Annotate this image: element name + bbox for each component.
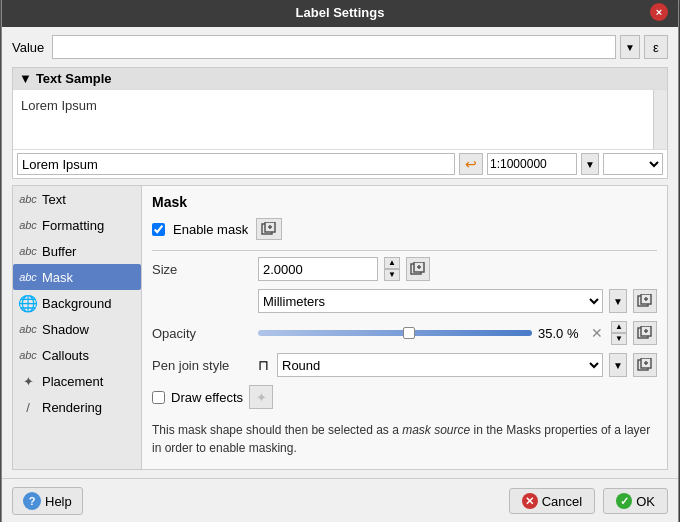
sidebar-item-placement[interactable]: ✦ Placement [13,368,141,394]
opacity-slider[interactable] [258,330,532,336]
draw-effects-row: Draw effects ✦ [152,385,657,409]
size-row: Size ▲ ▼ [152,257,657,281]
sidebar-label-background: Background [42,296,111,311]
opacity-value: 35.0 % [538,326,583,341]
pen-join-dropdown-arrow[interactable]: ▼ [609,353,627,377]
enable-mask-checkbox[interactable] [152,223,165,236]
extra-dropdown[interactable] [603,153,663,175]
info-text: This mask shape should then be selected … [152,417,657,461]
draw-effects-settings-btn[interactable]: ✦ [249,385,273,409]
size-copy-icon [410,262,426,276]
sidebar-item-mask[interactable]: abc Mask [13,264,141,290]
mask-copy-button[interactable] [256,218,282,240]
scale-dropdown-btn[interactable]: ▼ [581,153,599,175]
opacity-clear-btn[interactable]: ✕ [589,325,605,341]
text-sample-footer: ↩ ▼ [13,149,667,178]
sidebar-item-formatting[interactable]: abc Formatting [13,212,141,238]
size-spin: ▲ ▼ [384,257,400,281]
pen-join-icon: ⊓ [258,357,269,373]
value-dropdown-btn[interactable]: ▼ [620,35,640,59]
sidebar-item-callouts[interactable]: abc Callouts [13,342,141,368]
value-input[interactable] [52,35,616,59]
size-label: Size [152,262,252,277]
scale-input[interactable] [487,153,577,175]
main-content: abc Text abc Formatting abc Buffer abc M… [12,185,668,470]
opacity-copy-icon [637,326,653,340]
enable-mask-row: Enable mask [152,218,657,240]
value-expr-btn[interactable]: ε [644,35,668,59]
size-copy-btn[interactable] [406,257,430,281]
sidebar-label-rendering: Rendering [42,400,102,415]
buffer-icon: abc [19,242,37,260]
opacity-copy-btn[interactable] [633,321,657,345]
sidebar-item-text[interactable]: abc Text [13,186,141,212]
sidebar-label-buffer: Buffer [42,244,76,259]
pen-join-label: Pen join style [152,358,252,373]
placement-icon: ✦ [19,372,37,390]
opacity-thumb [403,327,415,339]
mask-section-title: Mask [152,194,657,210]
sidebar-label-text: Text [42,192,66,207]
unit-copy-btn[interactable] [633,289,657,313]
ok-button[interactable]: ✓ OK [603,488,668,514]
opacity-row: Opacity 35.0 % ✕ ▲ ▼ [152,321,657,345]
sample-text-input[interactable] [17,153,455,175]
sidebar-label-placement: Placement [42,374,103,389]
unit-copy-icon [637,294,653,308]
footer-right: ✕ Cancel ✓ OK [509,488,668,514]
value-label: Value [12,40,44,55]
cancel-label: Cancel [542,494,582,509]
text-icon: abc [19,190,37,208]
text-sample-preview: Lorem Ipsum [13,89,667,149]
size-spin-down[interactable]: ▼ [384,269,400,281]
opacity-slider-container [258,330,532,336]
ok-icon: ✓ [616,493,632,509]
background-icon: 🌐 [19,294,37,312]
unit-row: Millimeters Pixels Points ▼ [152,289,657,313]
opacity-spin-down[interactable]: ▼ [611,333,627,345]
ok-label: OK [636,494,655,509]
unit-select[interactable]: Millimeters Pixels Points [258,289,603,313]
preview-text: Lorem Ipsum [21,98,97,113]
opacity-label: Opacity [152,326,252,341]
mask-icon: abc [19,268,37,286]
copy-to-all-icon [261,222,277,236]
text-sample-header[interactable]: ▼ Text Sample [13,68,667,89]
opacity-spin: ▲ ▼ [611,321,627,345]
sidebar-item-background[interactable]: 🌐 Background [13,290,141,316]
collapse-icon: ▼ [19,71,32,86]
sidebar-item-rendering[interactable]: / Rendering [13,394,141,420]
sidebar-label-callouts: Callouts [42,348,89,363]
pen-join-select[interactable]: Round Miter Bevel [277,353,603,377]
draw-effects-checkbox[interactable] [152,391,165,404]
cancel-icon: ✕ [522,493,538,509]
unit-dropdown-arrow[interactable]: ▼ [609,289,627,313]
opacity-spin-up[interactable]: ▲ [611,321,627,333]
size-spin-up[interactable]: ▲ [384,257,400,269]
pen-join-copy-btn[interactable] [633,353,657,377]
title-bar: Label Settings × [2,0,678,27]
text-sample-section: ▼ Text Sample Lorem Ipsum ↩ ▼ [12,67,668,179]
draw-effects-label: Draw effects [171,390,243,405]
close-button[interactable]: × [650,3,668,21]
help-button[interactable]: ? Help [12,487,83,515]
value-row: Value ▼ ε [12,35,668,59]
pen-join-copy-icon [637,358,653,372]
mask-panel: Mask Enable mask [142,185,668,470]
sidebar-label-mask: Mask [42,270,73,285]
info-text-italic: mask source [402,423,470,437]
preview-scrollbar[interactable] [653,90,667,149]
rendering-icon: / [19,398,37,416]
label-settings-dialog: Label Settings × Value ▼ ε ▼ Text Sample… [1,0,679,522]
dialog-title: Label Settings [30,5,650,20]
dialog-body: Value ▼ ε ▼ Text Sample Lorem Ipsum ↩ ▼ [2,27,678,478]
text-sample-title: Text Sample [36,71,112,86]
help-icon: ? [23,492,41,510]
sidebar-item-shadow[interactable]: abc Shadow [13,316,141,342]
size-input[interactable] [258,257,378,281]
sidebar-label-formatting: Formatting [42,218,104,233]
enable-mask-label: Enable mask [173,222,248,237]
sidebar-item-buffer[interactable]: abc Buffer [13,238,141,264]
cancel-button[interactable]: ✕ Cancel [509,488,595,514]
reset-button[interactable]: ↩ [459,153,483,175]
